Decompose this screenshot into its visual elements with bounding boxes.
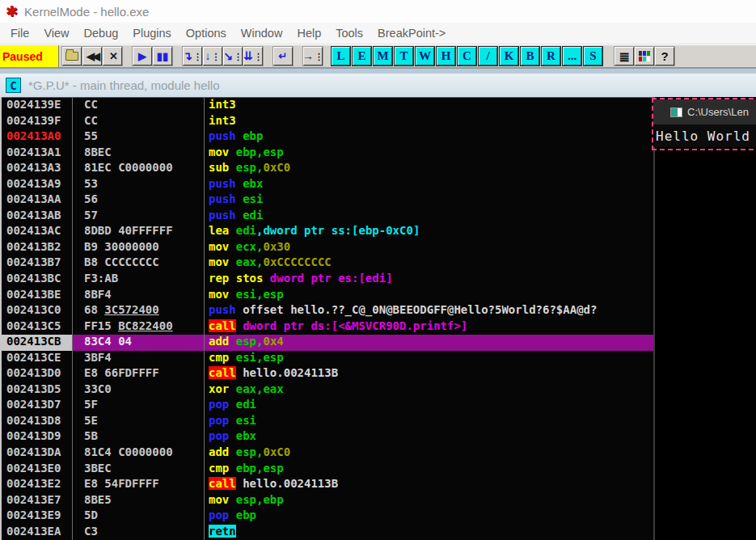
color-square bbox=[643, 57, 646, 61]
disassembly-panel[interactable]: 0024139ECCint30024139FCCint3002413A055pu… bbox=[2, 97, 653, 540]
asm-row[interactable]: 002413E2E8 54FDFFFFcall hello.0024113B bbox=[2, 477, 653, 493]
asm-row[interactable]: 0024139FCCint3 bbox=[2, 114, 653, 130]
patches-window-button[interactable]: / bbox=[479, 47, 497, 65]
toolbar-spacer bbox=[264, 56, 273, 57]
menu-help[interactable]: Help bbox=[289, 27, 328, 40]
asm-row[interactable]: 002413E95Dpop ebp bbox=[2, 508, 653, 525]
asm-instruction: sub esp,0xC0 bbox=[205, 161, 653, 177]
asm-row[interactable]: 002413D95Bpop ebx bbox=[2, 429, 653, 445]
menu-breakpoint[interactable]: BreakPoint-> bbox=[370, 27, 453, 40]
open-file-button[interactable] bbox=[62, 47, 82, 65]
step-into-button[interactable]: ↴⋮ bbox=[183, 47, 202, 65]
asm-row[interactable]: 002413CB83C4 04add esp,0x4 bbox=[2, 335, 653, 351]
asm-row[interactable]: 002413D85Epop esi bbox=[2, 414, 653, 430]
step-over-button[interactable]: ↓⋮ bbox=[203, 47, 222, 65]
asm-row[interactable]: 002413DA81C4 C0000000add esp,0xC0 bbox=[2, 445, 653, 462]
asm-instruction: add esp,0x4 bbox=[205, 335, 653, 351]
source-window-button[interactable]: S bbox=[584, 47, 602, 65]
asm-instruction: rep stos dword ptr es:[edi] bbox=[205, 272, 653, 288]
memory-window-button[interactable]: M bbox=[374, 47, 392, 65]
executables-window-button[interactable]: E bbox=[353, 47, 371, 65]
asm-row[interactable]: 002413EAC3retn bbox=[2, 525, 653, 540]
asm-address: 002413A0 bbox=[2, 129, 73, 146]
console-window[interactable]: C:\Users\Len Hello World bbox=[652, 98, 756, 150]
asm-row[interactable]: 002413B2B9 30000000mov ecx,0x30 bbox=[2, 240, 653, 256]
asm-address: 002413C0 bbox=[2, 303, 73, 319]
close-button[interactable]: ✕ bbox=[103, 47, 122, 65]
asm-row[interactable]: 002413AB57push edi bbox=[2, 209, 653, 225]
asm-row[interactable]: 002413D75Fpop edi bbox=[2, 398, 653, 414]
asm-row[interactable]: 002413D0E8 66FDFFFFcall hello.0024113B bbox=[2, 366, 653, 382]
asm-row[interactable]: 002413B7B8 CCCCCCCCmov eax,0xCCCCCCCC bbox=[2, 255, 653, 272]
asm-row[interactable]: 002413A18BECmov ebp,esp bbox=[2, 146, 653, 162]
rewind-icon: ◀◀ bbox=[87, 51, 98, 61]
return-arrow-icon: ↵ bbox=[279, 51, 288, 61]
asm-instruction: mov esp,ebp bbox=[205, 493, 653, 509]
asm-instruction: call hello.0024113B bbox=[205, 366, 653, 382]
asm-instruction: call hello.0024113B bbox=[205, 477, 653, 493]
asm-instruction: mov ebp,esp bbox=[205, 146, 653, 162]
asm-row[interactable]: 002413AA56push esi bbox=[2, 192, 653, 209]
asm-row[interactable]: 0024139ECCint3 bbox=[2, 98, 653, 114]
asm-bytes: 3BF4 bbox=[73, 351, 205, 367]
asm-instruction: push ebx bbox=[205, 177, 653, 193]
execute-till-return-button[interactable]: ↵ bbox=[273, 47, 293, 65]
asm-bytes: 81EC C0000000 bbox=[73, 161, 205, 177]
menu-window[interactable]: Window bbox=[234, 27, 290, 40]
animate-over-button[interactable]: ⇊⋮ bbox=[243, 47, 263, 65]
asm-row[interactable]: 002413A381EC C0000000sub esp,0xC0 bbox=[2, 161, 653, 177]
toolbar: Paused ◀◀✕▶▮▮↴⋮↓⋮↘⋮⇊⋮↵→⋮ LEMTWHC/KBR...S… bbox=[0, 44, 756, 69]
menu-options[interactable]: Options bbox=[179, 27, 234, 40]
log-window-button[interactable]: L bbox=[332, 47, 350, 65]
asm-bytes: 8DBD 40FFFFFF bbox=[73, 224, 205, 240]
asm-row[interactable]: 002413AC8DBD 40FFFFFFlea edi,dword ptr s… bbox=[2, 224, 653, 240]
call-stack-window-button[interactable]: K bbox=[500, 47, 518, 65]
threads-window-button[interactable]: T bbox=[395, 47, 413, 65]
asm-bytes: CC bbox=[73, 98, 205, 114]
asm-row[interactable]: 002413D533C0xor eax,eax bbox=[2, 382, 653, 399]
animate-into-button[interactable]: ↘⋮ bbox=[223, 47, 243, 65]
references-window-button[interactable]: R bbox=[542, 47, 560, 65]
play-icon: ▶ bbox=[138, 51, 146, 61]
asm-row[interactable]: 002413E78BE5mov esp,ebp bbox=[2, 493, 653, 509]
menu-view[interactable]: View bbox=[36, 27, 76, 40]
asm-row[interactable]: 002413A953push ebx bbox=[2, 177, 653, 193]
cpu-window-button[interactable]: C bbox=[458, 47, 476, 65]
cpu-window-caption[interactable]: C *G.P.U* - main thread, module hello bbox=[0, 74, 756, 97]
asm-row[interactable]: 002413A055push ebp bbox=[2, 129, 653, 146]
asm-instruction: push ebp bbox=[205, 129, 653, 146]
menu-debug[interactable]: Debug bbox=[77, 27, 126, 40]
step-back-button[interactable]: ◀◀ bbox=[82, 47, 102, 65]
windows-window-button[interactable]: W bbox=[416, 47, 434, 65]
color-square bbox=[639, 51, 642, 56]
console-titlebar[interactable]: C:\Users\Len bbox=[653, 99, 756, 124]
list-view-button[interactable] bbox=[615, 47, 634, 65]
letter-buttons: LEMTWHC/KBR...S bbox=[332, 47, 605, 65]
appearance-button[interactable] bbox=[635, 47, 654, 65]
asm-address: 002413DA bbox=[2, 445, 73, 462]
color-square bbox=[643, 51, 646, 56]
asm-row[interactable]: 002413CE3BF4cmp esi,esp bbox=[2, 351, 653, 367]
step-over-icon: ↓ bbox=[205, 51, 211, 61]
asm-row[interactable]: 002413E03BECcmp ebp,esp bbox=[2, 462, 653, 478]
handles-window-button[interactable]: H bbox=[437, 47, 455, 65]
asm-instruction: int3 bbox=[205, 98, 653, 114]
close-icon: ✕ bbox=[109, 51, 116, 61]
asm-row[interactable]: 002413BCF3:ABrep stos dword ptr es:[edi] bbox=[2, 272, 653, 288]
asm-row[interactable]: 002413C5FF15 BC822400call dword ptr ds:[… bbox=[2, 319, 653, 335]
color-square bbox=[647, 57, 650, 61]
go-to-button[interactable]: →⋮ bbox=[303, 47, 323, 65]
asm-bytes: 56 bbox=[73, 192, 205, 209]
breakpoints-window-button[interactable]: B bbox=[521, 47, 539, 65]
asm-address: 002413CB bbox=[2, 335, 73, 351]
asm-address: 0024139F bbox=[2, 114, 73, 130]
asm-row[interactable]: 002413BE8BF4mov esi,esp bbox=[2, 288, 653, 304]
run-trace-window-button[interactable]: ... bbox=[563, 47, 581, 65]
help-button[interactable]: ? bbox=[655, 47, 674, 65]
menu-file[interactable]: File bbox=[3, 27, 36, 40]
asm-row[interactable]: 002413C068 3C572400push offset hello.??_… bbox=[2, 303, 653, 319]
menu-plugins[interactable]: Plugins bbox=[125, 27, 179, 40]
menu-tools[interactable]: Tools bbox=[328, 27, 370, 40]
pause-button[interactable]: ▮▮ bbox=[153, 47, 172, 65]
run-button[interactable]: ▶ bbox=[133, 47, 152, 65]
